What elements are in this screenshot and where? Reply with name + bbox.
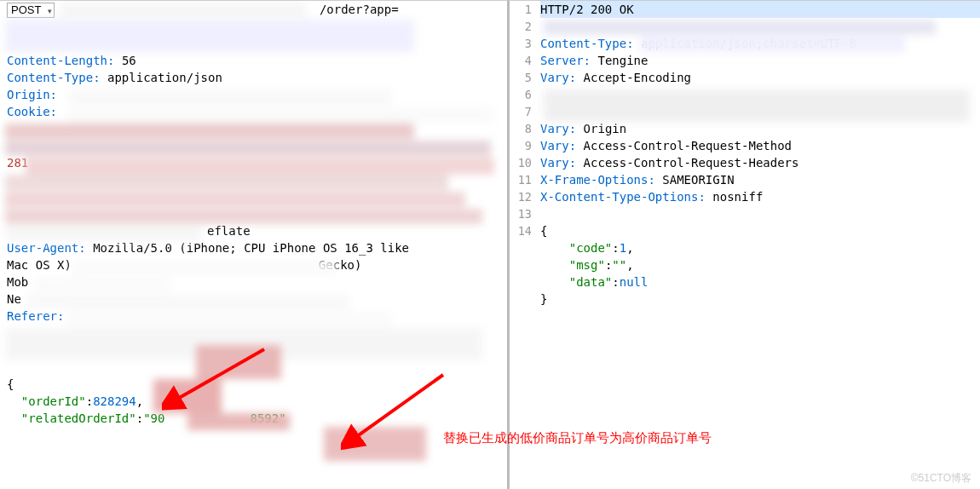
header-key: Cookie: — [7, 105, 57, 118]
encoding-fragment: eflate — [207, 224, 251, 238]
svg-line-1 — [175, 349, 264, 400]
json-brace: } — [540, 292, 547, 306]
header-key: Origin: — [7, 88, 57, 101]
header-key: X-Frame-Options: — [540, 173, 655, 187]
header-val: Accept-Encoding — [584, 71, 691, 84]
annotation-text: 替换已生成的低价商品订单号为高价商品订单号 — [443, 430, 712, 446]
svg-line-3 — [354, 375, 443, 439]
json-key: "msg" — [569, 258, 605, 272]
json-val: 828294 — [93, 394, 136, 408]
header-val: Access-Control-Request-Headers — [584, 156, 799, 170]
partial-text: Mob — [7, 275, 28, 289]
header-val: 56 — [122, 54, 136, 67]
response-pane: 1 2 3 4 5 6 7 8 9 10 11 12 13 14 HTTP/2 … — [507, 0, 980, 489]
header-key: Vary: — [540, 71, 576, 84]
json-key: "relatedOrderId" — [21, 411, 136, 425]
json-key: "code" — [569, 241, 613, 255]
method-dropdown[interactable]: POST — [7, 3, 55, 18]
url-text: /order?app= — [320, 3, 399, 16]
header-val: Mozilla/5.0 (iPhone; CPU iPhone OS 16_3 … — [93, 241, 409, 255]
header-val: SAMEORIGIN — [662, 173, 734, 187]
json-val: 1 — [620, 241, 626, 255]
header-val: Gecko) — [319, 258, 362, 272]
partial-text: Ne — [7, 292, 21, 306]
annotation-arrow-1 — [162, 341, 273, 417]
request-line: POST /order?app= — [7, 1, 507, 18]
json-key: "orderId" — [21, 394, 86, 408]
json-brace: { — [7, 377, 14, 391]
header-key: Server: — [540, 54, 591, 67]
header-key: X-Content-Type-Options: — [540, 190, 706, 204]
header-key: Content-Type: — [540, 37, 634, 50]
json-val: "" — [612, 258, 626, 272]
json-brace: { — [540, 224, 547, 238]
header-key: Vary: — [540, 122, 576, 135]
header-val: Access-Control-Request-Method — [584, 139, 792, 152]
header-key: User-Agent: — [7, 241, 86, 255]
annotation-arrow-2 — [341, 366, 452, 452]
header-val: nosniff — [712, 190, 763, 204]
partial-text: 281 — [7, 156, 28, 170]
header-key: Vary: — [540, 139, 576, 152]
json-key: "data" — [569, 275, 613, 289]
header-key: Content-Type: — [7, 71, 101, 84]
watermark: ©51CTO博客 — [911, 471, 971, 486]
header-val: application/json — [107, 71, 222, 84]
json-val: null — [620, 275, 649, 289]
header-key: Content-Length: — [7, 54, 114, 67]
header-val: Tengine — [597, 54, 648, 67]
header-key: Referer: — [7, 309, 64, 323]
response-status: HTTP/2 200 OK — [540, 3, 634, 16]
line-gutter: 1 2 3 4 5 6 7 8 9 10 11 12 13 14 — [510, 1, 539, 239]
header-val: Mac OS X) — [7, 258, 72, 272]
header-key: Vary: — [540, 156, 576, 170]
header-val: Origin — [584, 122, 627, 135]
